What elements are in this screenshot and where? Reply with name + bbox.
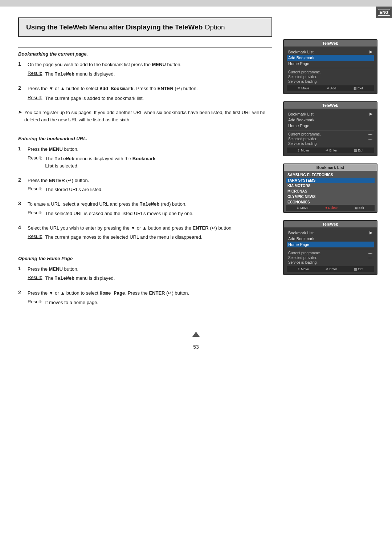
screen1-footer: ⇕ Move ↵ Add ▦ Exit	[287, 85, 374, 91]
screen2-info-2: Selected provider.----	[287, 137, 374, 141]
move-icon-2: ⇕	[297, 149, 300, 152]
screen-4: TeleWeb Bookmark List▶ Add Bookmark Home…	[283, 220, 377, 275]
step-number: 1	[18, 61, 24, 67]
move-icon: ⇕	[298, 86, 301, 90]
screen4-info-1: Current programme.----	[287, 251, 374, 255]
section-title-homepage: Opening the Home Page	[18, 256, 272, 261]
section-title-bookmarking: Bookmarking the current page.	[18, 51, 272, 57]
step-content-2: Press the ▼ or ▲ button to select Add Bo…	[28, 85, 272, 104]
bold-enter: ENTER	[158, 86, 173, 91]
step-content: On the page you wish to add to the bookm…	[28, 61, 272, 80]
screen3-title: Bookmark List	[284, 164, 377, 171]
screen2-item-add-bookmark: Add Bookmark	[287, 117, 374, 123]
step-text: On the page you wish to add to the bookm…	[28, 61, 272, 68]
screen3-item-samsung: Samsung Electronics	[286, 172, 375, 178]
screen1-info-1: Current programme.	[287, 70, 374, 74]
bold-menu: MENU	[152, 62, 166, 67]
screen-3: Bookmark List Samsung Electronics Tara S…	[283, 163, 377, 213]
result-row-e4: Result: The current page moves to the se…	[28, 234, 272, 241]
section-homepage: Opening the Home Page 1 Press the MENU b…	[18, 252, 272, 308]
screen4-title: TeleWeb	[284, 221, 377, 227]
exit-icon-3: ▦	[355, 206, 358, 210]
result-label-e4: Result:	[28, 234, 42, 241]
bold-enter-h2: ENTER	[149, 290, 165, 296]
arrow-icon: ▶	[369, 49, 372, 54]
screen3-item-olympic: Olympic News	[286, 194, 375, 199]
screen3-footer-exit: ▦ Exit	[355, 206, 364, 210]
result-row-h2: Result: It moves to a home page.	[28, 299, 272, 306]
result-text-e4: The current page moves to the selected U…	[45, 234, 202, 241]
screen2-info-3: Service is loading.	[287, 141, 374, 146]
screen3-item-tara: Tara Systems	[286, 178, 375, 183]
result-row-e2: Result: The stored URLs are listed.	[28, 186, 272, 193]
step-number-h2: 2	[18, 290, 24, 295]
screen4-divider	[287, 249, 374, 249]
arrow-icon-2: ▶	[369, 112, 372, 116]
step-e2: 2 Press the ENTER (↵) button. Result: Th…	[18, 177, 272, 195]
teletype-e3: TeleWeb	[140, 202, 160, 207]
enter-symbol: ↵	[176, 86, 180, 91]
move-icon-3: ⇕	[297, 206, 299, 210]
teletype-h1: TeleWeb	[54, 276, 74, 281]
screen4-body: Bookmark List▶ Add Bookmark Home Page Cu…	[284, 227, 377, 274]
page-footer: 53	[0, 332, 392, 357]
result-label-2: Result:	[28, 95, 42, 102]
section-title-entering: Entering the bookmarked URL.	[18, 136, 272, 141]
result-label-e1: Result:	[28, 155, 42, 170]
note-arrow-icon: ➤	[18, 109, 22, 123]
result-text-e1: The TeleWeb menu is displayed with the B…	[45, 155, 155, 170]
screen1-body: Bookmark List▶ Add Bookmark Home Page Cu…	[284, 46, 377, 93]
screen1-item-homepage: Home Page	[287, 61, 374, 66]
result-row-2: Result: The current page is added to the…	[28, 95, 272, 102]
result-text-2: The current page is added to the bookmar…	[45, 95, 144, 102]
teletype-e1: TeleWeb	[54, 156, 74, 162]
screen3-body: Samsung Electronics Tara Systems Kia Mot…	[284, 171, 377, 212]
screen4-footer: ⇕ Move ↵ Enter ▦ Exit	[287, 266, 374, 272]
screen1-item-add-bookmark: Add Bookmark	[287, 55, 374, 61]
top-band	[0, 0, 392, 7]
divider-3	[18, 252, 272, 252]
screen3-footer: ⇕ Move ● Delete ▦ Exit	[286, 205, 375, 211]
bold-enter-e4: ENTER	[193, 225, 209, 231]
step-h2: 2 Press the ▼ or ▲ button to select Home…	[18, 290, 272, 308]
screen3-item-economics: Economics	[286, 199, 375, 205]
move-icon-4: ⇕	[297, 267, 300, 271]
step-2: 2 Press the ▼ or ▲ button to select Add …	[18, 85, 272, 104]
step-e1: 1 Press the MENU button. Result: The Tel…	[18, 146, 272, 172]
screen4-footer-exit: ▦ Exit	[354, 267, 363, 271]
step-content-e2: Press the ENTER (↵) button. Result: The …	[28, 177, 272, 195]
bold-enter-e2: ENTER	[49, 178, 65, 183]
page-title: Using the TeleWeb Menu after Displaying …	[26, 23, 264, 31]
triangle-up-icon	[192, 332, 200, 337]
code-add-bookmark: Add Bookmark	[99, 86, 134, 92]
screen4-item-bookmark-list: Bookmark List▶	[287, 230, 374, 236]
screen-1: TeleWeb Bookmark List▶ Add Bookmark Home…	[283, 39, 377, 94]
enter-icon-2: ↵	[326, 149, 328, 152]
step-content-h1: Press the MENU button. Result: The TeleW…	[28, 266, 272, 284]
screen1-footer-add: ↵ Add	[327, 86, 336, 90]
screen4-info-2: Selected provider.----	[287, 255, 374, 260]
result-row-e3: Result: The selected URL is erased and t…	[28, 210, 272, 217]
screen4-footer-enter: ↵ Enter	[326, 267, 337, 271]
result-text-h2: It moves to a home page.	[45, 299, 98, 306]
step-e3: 3 To erase a URL, select a required URL …	[18, 201, 272, 219]
left-column: Using the TeleWeb Menu after Displaying …	[18, 17, 272, 317]
screen2-footer-move: ⇕ Move	[297, 149, 309, 152]
result-label-h1: Result:	[28, 275, 42, 282]
screen2-footer-exit: ▦ Exit	[354, 149, 363, 152]
enter-icon-4: ↵	[326, 267, 328, 271]
section-entering: Entering the bookmarked URL. 1 Press the…	[18, 132, 272, 243]
enter-symbol-e2: ↵	[68, 178, 72, 183]
screen3-item-kia: Kia Motors	[286, 183, 375, 189]
step-1: 1 On the page you wish to add to the boo…	[18, 61, 272, 80]
step-text-e2: Press the ENTER (↵) button.	[28, 177, 272, 184]
page-wrapper: ENG Using the TeleWeb Menu after Display…	[0, 0, 392, 554]
teletype-teleweb: TeleWeb	[54, 72, 74, 77]
screen1-info-2: Selected provider.	[287, 74, 374, 79]
step-content-h2: Press the ▼ or ▲ button to select Home P…	[28, 290, 272, 308]
screen-2: TeleWeb Bookmark List▶ Add Bookmark Home…	[283, 101, 377, 156]
result-row-h1: Result: The TeleWeb menu is displayed.	[28, 275, 272, 282]
screen1-footer-exit: ▦ Exit	[354, 86, 363, 90]
step-content-e1: Press the MENU button. Result: The TeleW…	[28, 146, 272, 172]
exit-icon-2: ▦	[354, 149, 357, 152]
